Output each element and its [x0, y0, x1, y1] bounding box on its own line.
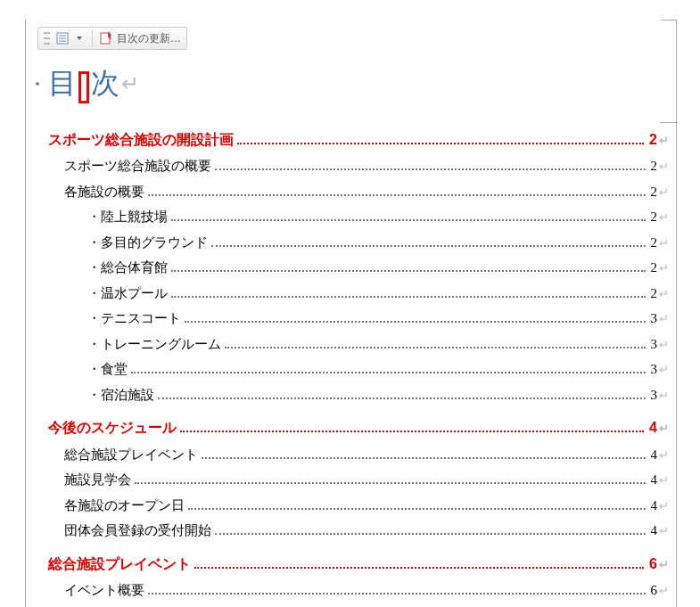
toc-page: 3 [649, 357, 658, 382]
dropdown-icon[interactable] [77, 37, 82, 40]
toc-entry[interactable]: トレーニングルーム3↵ [87, 332, 669, 357]
toc-page: 6 [649, 578, 658, 603]
toc-entry[interactable]: 多目的グラウンド2↵ [87, 230, 669, 256]
paragraph-mark-icon: ↵ [121, 71, 139, 96]
toc-text: 総合体育館 [87, 255, 168, 281]
toc-entry[interactable]: 各施設のオープン日4↵ [64, 493, 669, 519]
toc-entry[interactable]: テニスコート3↵ [87, 306, 669, 332]
leader-dots [148, 586, 646, 595]
line-break-mark-icon: ↵ [659, 418, 669, 440]
toc-page: 2 [649, 255, 658, 281]
update-toc-icon[interactable]: ! [99, 31, 113, 45]
leader-dots [171, 213, 646, 221]
toc-text: スポーツ総合施設の概要 [64, 153, 211, 179]
toc-toolbar: ! 目次の更新… [37, 27, 187, 50]
toc-text: テニスコート [87, 306, 181, 332]
title-post: 次 [91, 64, 119, 103]
line-break-mark-icon: ↵ [659, 359, 669, 381]
toc-page: 4 [647, 414, 657, 441]
line-break-mark-icon: ↵ [659, 207, 669, 229]
leader-dots [215, 527, 646, 535]
toc-text: 施設見学会 [64, 467, 131, 493]
toc-text: 各施設の概要 [64, 179, 144, 205]
line-break-mark-icon: ↵ [659, 580, 669, 603]
toc-text: スポーツ総合施設の開設計画 [48, 127, 234, 153]
toc-text: 多目的グラウンド [87, 230, 208, 256]
page-margin-left [25, 20, 26, 607]
leader-dots [188, 502, 646, 510]
toc-text: 総合施設プレイベント [64, 442, 198, 468]
leader-dots [185, 315, 646, 323]
leader-dots [180, 424, 644, 433]
toc-options-icon[interactable] [55, 31, 70, 45]
leader-dots [202, 451, 646, 459]
leader-dots [135, 476, 646, 484]
toc-list: スポーツ総合施設の開設計画2↵スポーツ総合施設の概要2↵各施設の概要2↵陸上競技… [48, 127, 669, 603]
toc-page: 2 [649, 281, 658, 307]
toc-text: 温水プール [87, 281, 168, 307]
toc-entry[interactable]: 今後のスケジュール4↵ [48, 414, 669, 441]
line-break-mark-icon: ↵ [659, 233, 669, 255]
line-break-mark-icon: ↵ [659, 130, 669, 152]
leader-dots [215, 162, 646, 170]
toc-entry[interactable]: 宿泊施設3↵ [87, 382, 669, 408]
toc-page: 2 [647, 127, 657, 153]
line-break-mark-icon: ↵ [659, 156, 669, 178]
toc-page: 2 [649, 230, 658, 256]
toc-page: 4 [649, 518, 658, 544]
toc-page: 3 [649, 332, 658, 357]
line-break-mark-icon: ↵ [659, 445, 669, 467]
leader-dots [211, 239, 646, 247]
update-toc-button[interactable]: 目次の更新… [117, 31, 181, 46]
line-break-mark-icon: ↵ [659, 308, 669, 331]
toc-entry[interactable]: スポーツ総合施設の概要2↵ [64, 153, 669, 179]
toc-page: 4 [649, 442, 658, 468]
toc-entry[interactable]: 総合施設プレイベント6↵ [48, 551, 669, 578]
leader-dots [225, 340, 646, 349]
toc-text: 陸上競技場 [87, 204, 168, 230]
toc-entry[interactable]: イベント概要6↵ [64, 578, 669, 603]
line-break-mark-icon: ↵ [659, 258, 669, 280]
toc-entry[interactable]: 陸上競技場2↵ [87, 204, 669, 230]
leader-dots [131, 365, 646, 373]
toc-entry[interactable]: 団体会員登録の受付開始4↵ [64, 518, 669, 544]
leader-dots [148, 188, 646, 196]
line-break-mark-icon: ↵ [659, 385, 669, 407]
toc-entry[interactable]: 各施設の概要2↵ [64, 179, 669, 205]
line-break-mark-icon: ↵ [659, 554, 669, 577]
toc-text: トレーニングルーム [87, 332, 221, 357]
toc-page: 2 [649, 153, 658, 179]
toc-entry[interactable]: 温水プール2↵ [87, 281, 669, 307]
toc-page: 4 [649, 493, 658, 519]
leader-dots [171, 264, 646, 272]
toc-entry[interactable]: 総合施設プレイベント4↵ [64, 442, 669, 468]
toc-page: 2 [649, 179, 658, 205]
toc-entry[interactable]: 総合体育館2↵ [87, 255, 669, 281]
grip-icon[interactable] [44, 32, 50, 45]
toc-page: 2 [649, 204, 658, 230]
toc-text: 今後のスケジュール [48, 414, 177, 441]
line-break-mark-icon: ↵ [659, 334, 669, 357]
toc-page: 3 [649, 382, 658, 408]
toc-text: 各施設のオープン日 [64, 493, 185, 519]
toc-title: 目 次 ↵ [48, 64, 669, 103]
title-pre: 目 [48, 64, 77, 103]
line-break-mark-icon: ↵ [659, 182, 669, 204]
line-break-mark-icon: ↵ [659, 283, 669, 306]
leader-dots [158, 391, 646, 399]
leader-dots [171, 290, 646, 298]
toc-entry[interactable]: 施設見学会4↵ [64, 467, 669, 493]
para-bullet [36, 82, 39, 86]
leader-dots [237, 135, 644, 144]
toc-entry[interactable]: 食堂3↵ [87, 357, 669, 382]
leader-dots [194, 560, 644, 569]
toc-entry[interactable]: スポーツ総合施設の開設計画2↵ [48, 127, 669, 153]
toc-page: 4 [649, 467, 658, 493]
toc-text: イベント概要 [64, 578, 144, 603]
toc-text: 総合施設プレイベント [48, 551, 191, 578]
separator [92, 30, 93, 46]
line-break-mark-icon: ↵ [659, 496, 669, 518]
svg-text:!: ! [109, 32, 111, 41]
line-break-mark-icon: ↵ [659, 470, 669, 492]
toc-text: 団体会員登録の受付開始 [64, 518, 211, 544]
